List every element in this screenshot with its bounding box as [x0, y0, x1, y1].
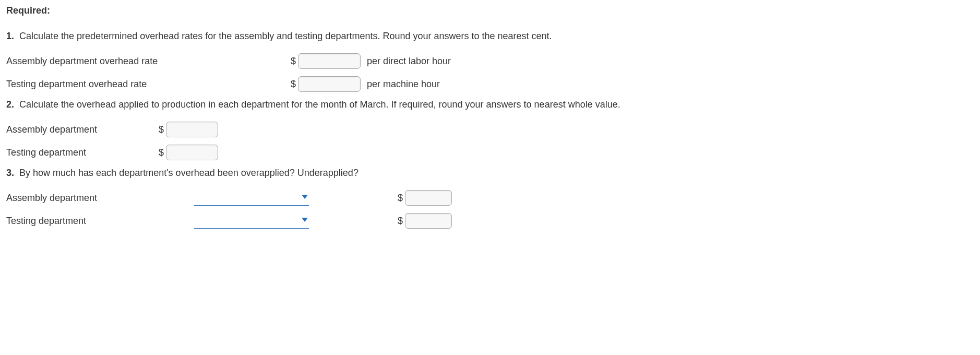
currency-symbol: $: [159, 147, 164, 158]
q1-assembly-suffix: per direct labor hour: [367, 56, 451, 67]
q1-number: 1.: [6, 31, 14, 41]
q2-testing-label: Testing department: [6, 147, 159, 158]
q1-row-assembly: Assembly department overhead rate $ per …: [6, 53, 974, 69]
q1-assembly-input[interactable]: [298, 53, 361, 69]
question-1: 1. Calculate the predetermined overhead …: [6, 31, 974, 42]
q3-row-assembly: Assembly department $: [6, 190, 974, 206]
q2-assembly-label: Assembly department: [6, 124, 159, 135]
question-3: 3. By how much has each department's ove…: [6, 168, 974, 179]
q3-assembly-input[interactable]: [405, 190, 452, 206]
q2-testing-input[interactable]: [166, 145, 218, 160]
currency-symbol: $: [291, 56, 296, 67]
q3-text: By how much has each department's overhe…: [19, 168, 358, 178]
q2-number: 2.: [6, 99, 14, 110]
q3-testing-select[interactable]: [194, 214, 309, 229]
q1-row-testing: Testing department overhead rate $ per m…: [6, 76, 974, 92]
q3-testing-input[interactable]: [405, 213, 452, 229]
question-2: 2. Calculate the overhead applied to pro…: [6, 99, 974, 110]
q1-testing-input[interactable]: [298, 76, 361, 92]
q3-assembly-label: Assembly department: [6, 193, 194, 204]
currency-symbol: $: [291, 79, 296, 90]
q2-text: Calculate the overhead applied to produc…: [19, 99, 620, 110]
q1-testing-suffix: per machine hour: [367, 79, 440, 90]
q3-assembly-select[interactable]: [194, 191, 309, 206]
q2-row-assembly: Assembly department $: [6, 122, 974, 137]
q1-assembly-label: Assembly department overhead rate: [6, 56, 291, 67]
q3-number: 3.: [6, 168, 14, 178]
required-heading: Required:: [6, 5, 974, 16]
q2-assembly-input[interactable]: [166, 122, 218, 137]
q1-testing-label: Testing department overhead rate: [6, 79, 291, 90]
q2-row-testing: Testing department $: [6, 145, 974, 160]
currency-symbol: $: [159, 124, 164, 135]
currency-symbol: $: [398, 216, 403, 227]
q1-text: Calculate the predetermined overhead rat…: [19, 31, 552, 41]
q3-testing-label: Testing department: [6, 216, 194, 227]
currency-symbol: $: [398, 193, 403, 204]
q3-row-testing: Testing department $: [6, 213, 974, 229]
